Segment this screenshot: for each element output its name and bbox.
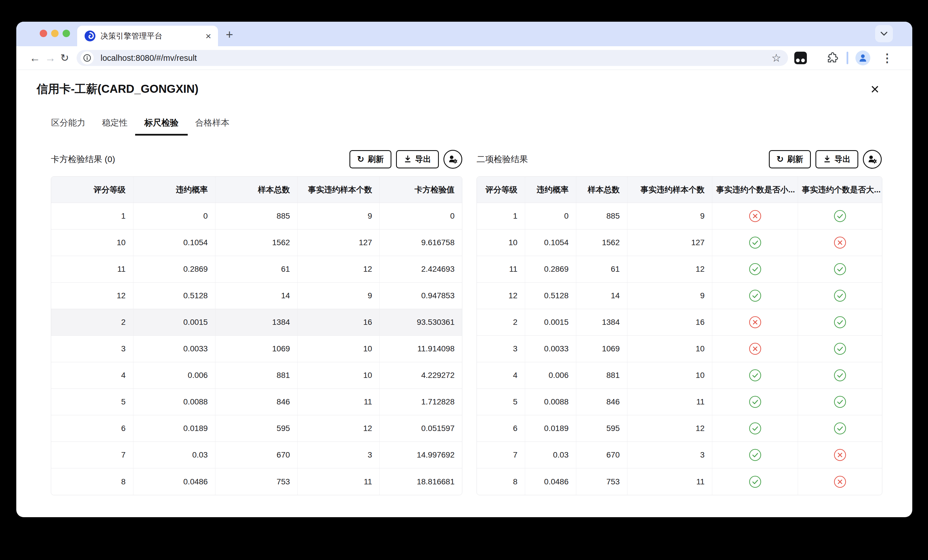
browser-menu-button[interactable]: ⋮ — [881, 52, 893, 64]
tab-qualified-samples[interactable]: 合格样本 — [195, 117, 229, 135]
reload-button[interactable]: ↻ — [60, 53, 69, 63]
status-pass-cell — [712, 415, 798, 442]
status-fail-cell — [712, 309, 798, 336]
page-close-button[interactable]: × — [871, 82, 879, 96]
tab-discrimination[interactable]: 区分能力 — [51, 117, 85, 135]
check-circle-icon — [833, 316, 847, 329]
status-pass-cell — [798, 336, 882, 362]
site-info-button[interactable] — [81, 52, 94, 64]
cell: 16 — [627, 309, 712, 336]
cell: 846 — [576, 389, 627, 415]
chevron-down-icon — [880, 31, 888, 36]
pinned-extension-icon[interactable] — [794, 52, 807, 64]
new-tab-button[interactable]: + — [223, 28, 236, 41]
cell: 595 — [215, 415, 298, 442]
cell: 0.0189 — [525, 415, 576, 442]
table-row[interactable]: 80.048675311 — [477, 469, 882, 495]
table-row[interactable]: 60.0189595120.051597 — [51, 415, 462, 442]
table-row[interactable]: 70.03670314.997692 — [51, 442, 462, 469]
window-minimize-button[interactable] — [51, 30, 59, 37]
table-row[interactable]: 100.10541562127 — [477, 230, 882, 256]
table-row[interactable]: 80.04867531118.816681 — [51, 469, 462, 495]
column-settings-button[interactable] — [443, 150, 462, 169]
table-row[interactable]: 108859 — [477, 203, 882, 230]
forward-button[interactable]: → — [45, 53, 56, 63]
table-row[interactable]: 30.0033106910 — [477, 336, 882, 362]
extensions-button[interactable] — [826, 52, 838, 64]
refresh-button[interactable]: ↻ 刷新 — [769, 150, 811, 168]
cell: 61 — [576, 256, 627, 283]
table-title: 二项检验结果 — [476, 154, 528, 165]
table-row[interactable]: 60.018959512 — [477, 415, 882, 442]
cell: 3 — [627, 442, 712, 469]
refresh-button[interactable]: ↻ 刷新 — [350, 150, 391, 168]
tab-stability[interactable]: 稳定性 — [102, 117, 128, 135]
cell: 12 — [298, 415, 380, 442]
table-row[interactable]: 50.0088846111.712828 — [51, 389, 462, 415]
check-circle-icon — [749, 395, 762, 408]
x-circle-icon — [749, 210, 762, 223]
cell: 8 — [51, 469, 133, 495]
table-row[interactable]: 20.0015138416 — [477, 309, 882, 336]
check-circle-icon — [749, 263, 762, 276]
url-text[interactable]: localhost:8080/#/mv/result — [101, 50, 197, 66]
refresh-label: 刷新 — [368, 154, 384, 165]
cell: 0.0033 — [525, 336, 576, 362]
cell: 0.0189 — [133, 415, 216, 442]
table-row[interactable]: 110.28696112 — [477, 256, 882, 283]
table-row[interactable]: 40.00688110 — [477, 362, 882, 389]
status-pass-cell — [712, 256, 798, 283]
tab-search-button[interactable] — [875, 25, 893, 42]
window-close-button[interactable] — [40, 30, 47, 37]
table-row[interactable]: 70.036703 — [477, 442, 882, 469]
cell: 0.2869 — [525, 256, 576, 283]
cell: 12 — [627, 256, 712, 283]
table-row[interactable]: 40.006881104.229272 — [51, 362, 462, 389]
check-circle-icon — [749, 422, 762, 435]
profile-avatar[interactable] — [855, 50, 870, 65]
export-button[interactable]: 导出 — [396, 150, 439, 168]
status-pass-cell — [712, 283, 798, 309]
cell: 127 — [298, 230, 380, 256]
table-row[interactable]: 110.286961122.424693 — [51, 256, 462, 283]
status-pass-cell — [798, 203, 882, 230]
cell: 846 — [215, 389, 298, 415]
export-button[interactable]: 导出 — [815, 150, 858, 168]
download-icon — [823, 155, 831, 164]
address-bar[interactable]: localhost:8080/#/mv/result ☆ — [76, 50, 788, 66]
table-row[interactable]: 20.001513841693.530361 — [51, 309, 462, 336]
tab-scale-test[interactable]: 标尺检验 — [144, 117, 179, 135]
cell: 1384 — [576, 309, 627, 336]
column-header: 样本总数 — [215, 177, 298, 203]
column-header: 违约概率 — [133, 177, 216, 203]
tab-close-icon[interactable]: × — [205, 31, 211, 41]
status-fail-cell — [798, 469, 882, 495]
table-row[interactable]: 1088590 — [51, 203, 462, 230]
cell: 11 — [298, 469, 380, 495]
check-circle-icon — [833, 395, 847, 408]
x-circle-icon — [833, 448, 847, 461]
table-row[interactable]: 120.5128149 — [477, 283, 882, 309]
bookmark-star-icon[interactable]: ☆ — [771, 53, 781, 63]
cell: 0.0486 — [133, 469, 216, 495]
toolbar-separator — [847, 52, 848, 64]
cell: 885 — [576, 203, 627, 230]
window-maximize-button[interactable] — [63, 30, 70, 37]
table-row[interactable]: 120.51281490.947853 — [51, 283, 462, 309]
table-row[interactable]: 100.105415621279.616758 — [51, 230, 462, 256]
cell: 11 — [627, 389, 712, 415]
table-row[interactable]: 30.003310691011.914098 — [51, 336, 462, 362]
column-settings-button[interactable] — [863, 150, 882, 169]
table-row[interactable]: 50.008884611 — [477, 389, 882, 415]
cell: 753 — [215, 469, 298, 495]
cell: 10 — [298, 362, 380, 389]
cell: 127 — [627, 230, 712, 256]
column-header: 违约概率 — [525, 177, 576, 203]
cell: 11 — [477, 256, 525, 283]
browser-tab[interactable]: 决策引擎管理平台 × — [77, 26, 218, 46]
back-button[interactable]: ← — [29, 53, 40, 63]
cell: 0.5128 — [133, 283, 216, 309]
binomial-panel: 二项检验结果 ↻ 刷新 导出 — [476, 150, 882, 495]
cell: 2 — [51, 309, 133, 336]
cell: 10 — [477, 230, 525, 256]
